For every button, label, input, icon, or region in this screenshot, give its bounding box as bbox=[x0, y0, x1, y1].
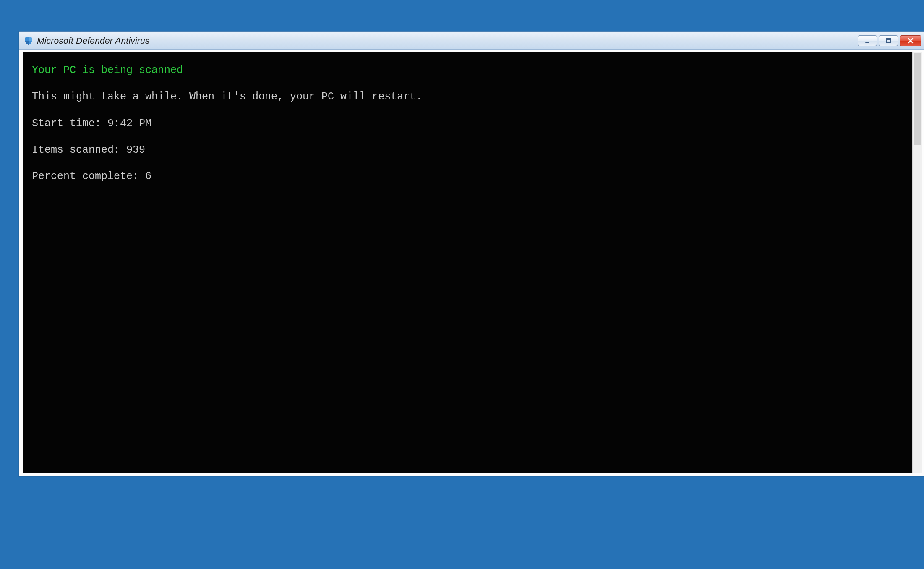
start-time-label: Start time: bbox=[32, 117, 107, 130]
close-icon bbox=[907, 38, 914, 44]
titlebar[interactable]: Microsoft Defender Antivirus bbox=[19, 32, 924, 50]
console-container: Your PC is being scanned This might take… bbox=[19, 50, 924, 476]
app-window: Microsoft Defender Antivirus Y bbox=[19, 31, 924, 476]
scrollbar-thumb[interactable] bbox=[914, 53, 921, 145]
svg-rect-2 bbox=[886, 39, 890, 40]
console-output: Your PC is being scanned This might take… bbox=[23, 52, 912, 473]
minimize-button[interactable] bbox=[858, 35, 877, 46]
window-title: Microsoft Defender Antivirus bbox=[37, 36, 854, 46]
items-scanned-value: 939 bbox=[126, 144, 145, 156]
vertical-scrollbar[interactable] bbox=[912, 52, 922, 473]
start-time-value: 9:42 PM bbox=[107, 117, 151, 130]
close-button[interactable] bbox=[900, 35, 921, 46]
items-scanned-label: Items scanned: bbox=[32, 144, 126, 156]
maximize-button[interactable] bbox=[879, 35, 898, 46]
svg-rect-1 bbox=[886, 39, 890, 43]
scan-message: This might take a while. When it's done,… bbox=[32, 90, 903, 103]
percent-complete-line: Percent complete: 6 bbox=[32, 170, 903, 183]
scan-heading: Your PC is being scanned bbox=[32, 64, 903, 77]
maximize-icon bbox=[885, 38, 891, 44]
items-scanned-line: Items scanned: 939 bbox=[32, 144, 903, 157]
percent-complete-value: 6 bbox=[145, 170, 151, 183]
defender-shield-icon bbox=[23, 36, 34, 46]
window-controls bbox=[858, 35, 921, 46]
minimize-icon bbox=[864, 38, 870, 44]
start-time-line: Start time: 9:42 PM bbox=[32, 117, 903, 130]
percent-complete-label: Percent complete: bbox=[32, 170, 145, 183]
svg-rect-0 bbox=[865, 42, 869, 43]
